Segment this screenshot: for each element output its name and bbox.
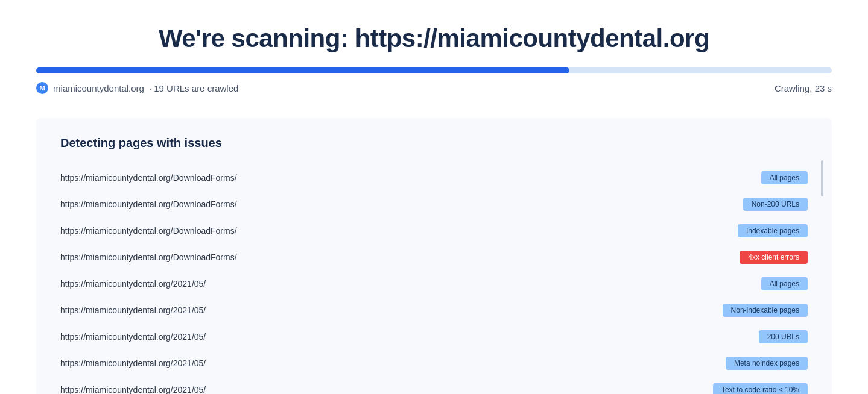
page-title: We're scanning: https://miamicountydenta… [36, 24, 832, 53]
urls-crawled-label: · 19 URLs are crawled [149, 83, 238, 93]
issue-badge[interactable]: Text to code ratio < 10% [713, 383, 808, 394]
issue-url: https://miamicountydental.org/DownloadFo… [60, 173, 237, 183]
progress-bar-fill [36, 67, 569, 73]
domain-label: miamicountydental.org [53, 83, 144, 93]
progress-bar-container [36, 67, 832, 73]
table-row: https://miamicountydental.org/2021/05/No… [60, 297, 808, 324]
issue-badge[interactable]: All pages [761, 171, 808, 184]
issue-badge[interactable]: Meta noindex pages [726, 357, 808, 370]
issue-url: https://miamicountydental.org/2021/05/ [60, 385, 206, 394]
scan-status-row: M miamicountydental.org · 19 URLs are cr… [36, 82, 832, 94]
issues-list: https://miamicountydental.org/DownloadFo… [60, 164, 808, 394]
issue-url: https://miamicountydental.org/2021/05/ [60, 305, 206, 315]
issues-panel-title: Detecting pages with issues [60, 136, 808, 150]
table-row: https://miamicountydental.org/2021/05/Me… [60, 350, 808, 377]
issue-badge[interactable]: Indexable pages [738, 224, 808, 237]
issue-badge[interactable]: 4xx client errors [740, 251, 808, 264]
crawling-status: Crawling, 23 s [775, 83, 832, 93]
table-row: https://miamicountydental.org/DownloadFo… [60, 217, 808, 244]
issue-url: https://miamicountydental.org/2021/05/ [60, 332, 206, 342]
table-row: https://miamicountydental.org/DownloadFo… [60, 244, 808, 270]
issue-url: https://miamicountydental.org/DownloadFo… [60, 252, 237, 262]
table-row: https://miamicountydental.org/DownloadFo… [60, 191, 808, 217]
table-row: https://miamicountydental.org/DownloadFo… [60, 164, 808, 191]
issue-url: https://miamicountydental.org/2021/05/ [60, 358, 206, 368]
issue-url: https://miamicountydental.org/2021/05/ [60, 279, 206, 289]
issue-badge[interactable]: All pages [761, 277, 808, 290]
issue-badge[interactable]: 200 URLs [759, 330, 808, 343]
scrollbar[interactable] [821, 160, 823, 196]
table-row: https://miamicountydental.org/2021/05/Al… [60, 270, 808, 297]
table-row: https://miamicountydental.org/2021/05/20… [60, 324, 808, 350]
issue-badge[interactable]: Non-indexable pages [723, 304, 808, 317]
table-row: https://miamicountydental.org/2021/05/Te… [60, 377, 808, 394]
issue-url: https://miamicountydental.org/DownloadFo… [60, 226, 237, 236]
issue-url: https://miamicountydental.org/DownloadFo… [60, 199, 237, 209]
issue-badge[interactable]: Non-200 URLs [743, 198, 808, 211]
scan-status-left: M miamicountydental.org · 19 URLs are cr… [36, 82, 238, 94]
issues-panel: Detecting pages with issues https://miam… [36, 118, 832, 394]
site-icon: M [36, 82, 48, 94]
